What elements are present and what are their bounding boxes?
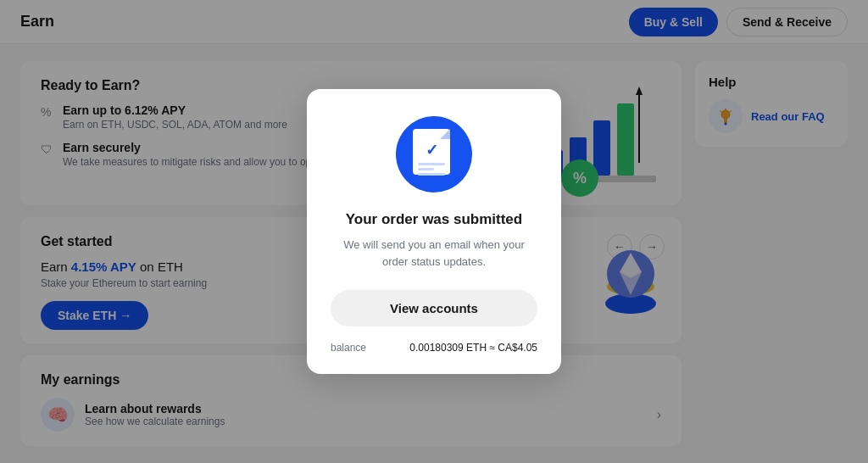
doc-lines: [418, 163, 445, 176]
checkmark-icon: ✓: [426, 141, 438, 159]
doc-line-2: [418, 168, 434, 170]
modal-title: Your order was submitted: [346, 211, 522, 228]
modal-icon-circle: ✓: [396, 116, 472, 192]
view-accounts-button[interactable]: View accounts: [331, 290, 537, 326]
order-submitted-modal: ✓ Your order was submitted We will send …: [307, 89, 561, 374]
balance-label: balance: [331, 342, 366, 354]
modal-balance: balance 0.00180309 ETH ≈ CA$4.05: [331, 342, 537, 354]
modal-overlay: ✓ Your order was submitted We will send …: [0, 0, 868, 463]
doc-fold: [440, 129, 450, 139]
doc-line-3: [418, 173, 445, 176]
document-icon: ✓: [413, 129, 455, 180]
doc-line-1: [418, 163, 445, 165]
modal-desc: We will send you an email when your orde…: [331, 237, 537, 270]
balance-value: 0.00180309 ETH ≈ CA$4.05: [409, 342, 537, 354]
